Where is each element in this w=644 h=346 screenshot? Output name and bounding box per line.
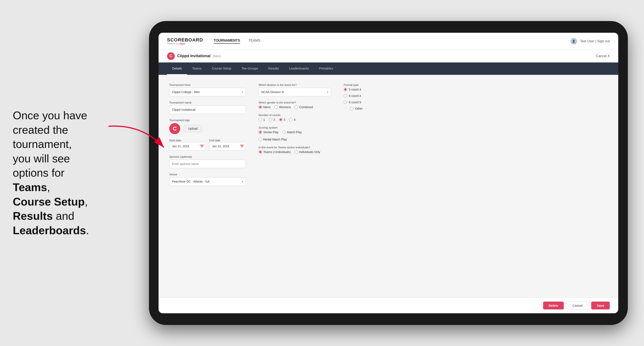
rounds-4-radio[interactable] xyxy=(289,118,292,121)
gender-mens-item[interactable]: Mens xyxy=(258,105,270,109)
rounds-4-label: 4 xyxy=(294,118,296,121)
rounds-3-radio[interactable] xyxy=(279,118,282,121)
save-button[interactable]: Save xyxy=(591,302,610,310)
scoring-medal-match-label: Medal Match Play xyxy=(263,138,287,141)
form-left-column: Tournament Host Clippd College - Men Tou… xyxy=(169,83,246,186)
rounds-2-item[interactable]: 2 xyxy=(269,118,275,121)
division-group: Which division is the event for? NCAA Di… xyxy=(258,83,331,96)
tournament-name: Clippd Invitational xyxy=(177,54,210,58)
logo-preview-circle: C xyxy=(169,123,180,134)
venue-label: Venue xyxy=(169,173,246,176)
form-right-column: Format type 5 count 4 6 count 4 xyxy=(344,83,403,186)
gender-mens-radio[interactable] xyxy=(258,105,262,109)
nav-tournaments[interactable]: TOURNAMENTS xyxy=(214,39,240,44)
rounds-2-radio[interactable] xyxy=(269,118,272,121)
teams-plus-individuals-radio[interactable] xyxy=(258,150,262,154)
form-middle-column: Which division is the event for? NCAA Di… xyxy=(258,83,331,186)
action-bar: Delete Cancel Save xyxy=(158,298,618,313)
format-type-group: Format type 5 count 4 6 count 4 xyxy=(344,83,403,110)
division-select[interactable]: NCAA Division III xyxy=(258,88,331,96)
format-6count5-radio[interactable] xyxy=(344,101,347,104)
cancel-top-button[interactable]: Cancel X xyxy=(596,54,610,58)
bold-results: Results xyxy=(13,210,53,222)
teams-individuals-group: Is this event for Teams and/or Individua… xyxy=(258,146,331,154)
rounds-1-radio[interactable] xyxy=(258,118,262,121)
instruction-text: Once you have created the tournament, yo… xyxy=(0,100,142,246)
gender-womens-item[interactable]: Womens xyxy=(274,105,291,109)
tab-printables[interactable]: Printables xyxy=(314,62,338,75)
format-6count5-label: 6 count 5 xyxy=(349,101,361,104)
user-avatar: 👤 xyxy=(570,38,577,45)
rounds-1-item[interactable]: 1 xyxy=(258,118,265,121)
format-other-radio[interactable] xyxy=(350,107,354,110)
individuals-only-radio[interactable] xyxy=(294,150,298,154)
bold-leaderboards: Leaderboards xyxy=(13,224,86,237)
format-5count4-radio[interactable] xyxy=(344,88,347,91)
scoring-stroke-label: Stroke Play xyxy=(263,131,278,134)
rounds-3-item[interactable]: 3 xyxy=(279,118,286,121)
scoring-label: Scoring system xyxy=(258,126,331,129)
teams-radio-group: Teams (+Individuals) Individuals Only xyxy=(258,150,331,154)
tournament-host-label: Tournament Host xyxy=(169,83,246,86)
scoring-match-radio[interactable] xyxy=(282,131,286,134)
gender-womens-radio[interactable] xyxy=(274,105,278,109)
format-other-item[interactable]: Other xyxy=(350,107,403,110)
format-type-label: Format type xyxy=(344,83,403,86)
logo-sub-brand: clippd xyxy=(179,42,185,45)
division-select-wrapper: NCAA Division III xyxy=(258,88,331,96)
tournament-host-select[interactable]: Clippd College - Men xyxy=(169,88,246,96)
cancel-button[interactable]: Cancel xyxy=(567,301,588,310)
teams-plus-individuals-item[interactable]: Teams (+Individuals) xyxy=(258,150,291,154)
user-signout[interactable]: Test User | Sign out xyxy=(580,39,610,43)
format-5count4-item[interactable]: 5 count 4 xyxy=(344,88,403,91)
sponsor-label: Sponsor (optional) xyxy=(169,155,246,158)
upload-button[interactable]: Upload xyxy=(184,125,202,132)
venue-select[interactable]: Peachtree GC - Atlanta - GA xyxy=(169,177,246,186)
tab-results[interactable]: Results xyxy=(263,62,284,75)
tournament-bar: C Clippd Invitational (Men) Cancel X xyxy=(158,50,618,62)
rounds-radio-group: 1 2 3 4 xyxy=(258,118,331,121)
format-6count4-item[interactable]: 6 count 4 xyxy=(344,94,403,98)
scoring-radio-group: Stroke Play Match Play Medal Match Play xyxy=(258,131,331,141)
tournament-name-input[interactable] xyxy=(169,105,246,114)
tournament-host-group: Tournament Host Clippd College - Men xyxy=(169,83,246,96)
logo-area: SCOREBOARD Powered by clippd xyxy=(167,37,203,45)
gender-group: Which gender is the event for? Mens Wome… xyxy=(258,101,331,109)
scoring-match-item[interactable]: Match Play xyxy=(282,131,302,134)
sponsor-group: Sponsor (optional) xyxy=(169,155,246,168)
tab-details[interactable]: Details xyxy=(167,62,187,75)
gender-radio-group: Mens Womens Combined xyxy=(258,105,331,109)
scoring-match-label: Match Play xyxy=(287,131,302,134)
individuals-only-label: Individuals Only xyxy=(299,150,320,154)
format-6count5-item[interactable]: 6 count 5 xyxy=(344,101,403,104)
main-content: Tournament Host Clippd College - Men Tou… xyxy=(158,75,618,298)
tab-course-setup[interactable]: Course Setup xyxy=(207,62,236,75)
start-date-input[interactable] xyxy=(169,142,206,151)
end-date-input[interactable] xyxy=(209,142,246,151)
individuals-only-item[interactable]: Individuals Only xyxy=(294,150,320,154)
tab-tee-groups[interactable]: Tee Groups xyxy=(236,62,263,75)
end-date-group: End date xyxy=(209,139,246,151)
scoring-group: Scoring system Stroke Play Match Play xyxy=(258,126,331,141)
scoring-stroke-radio[interactable] xyxy=(258,131,262,134)
delete-button[interactable]: Delete xyxy=(543,302,564,310)
gender-combined-item[interactable]: Combined xyxy=(294,105,313,109)
scoring-stroke-item[interactable]: Stroke Play xyxy=(258,131,278,134)
format-6count4-radio[interactable] xyxy=(344,94,347,98)
venue-group: Venue Peachtree GC - Atlanta - GA xyxy=(169,173,246,186)
rounds-4-item[interactable]: 4 xyxy=(289,118,296,121)
header-left: SCOREBOARD Powered by clippd TOURNAMENTS… xyxy=(167,37,260,45)
gender-combined-radio[interactable] xyxy=(294,105,298,109)
tournament-logo: C xyxy=(167,52,175,60)
tab-leaderboards[interactable]: Leaderboards xyxy=(284,62,314,75)
bold-teams: Teams xyxy=(13,181,47,193)
format-5count4-label: 5 count 4 xyxy=(349,88,361,91)
sponsor-input[interactable] xyxy=(169,160,246,168)
tab-teams[interactable]: Teams xyxy=(187,62,207,75)
date-row: Start date End date xyxy=(169,139,246,151)
scoring-medal-match-item[interactable]: Medal Match Play xyxy=(258,138,287,141)
format-6count4-label: 6 count 4 xyxy=(349,94,361,98)
nav-teams[interactable]: TEAMS xyxy=(248,39,260,44)
scoring-medal-match-radio[interactable] xyxy=(258,138,262,141)
gender-mens-label: Mens xyxy=(263,105,270,109)
